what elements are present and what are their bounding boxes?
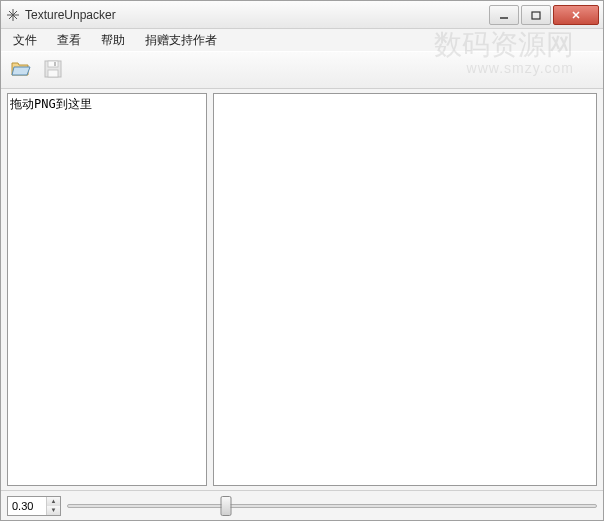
sprite-list-panel[interactable]: 拖动PNG到这里 [7,93,207,486]
open-button[interactable] [7,56,35,84]
slider-thumb[interactable] [221,496,232,516]
statusbar: ▲ ▼ [1,490,603,520]
minimize-button[interactable] [489,5,519,25]
spinner-arrows: ▲ ▼ [46,497,60,515]
app-window: TextureUnpacker 文件 查看 帮助 捐赠支持作者 [0,0,604,521]
app-icon [5,7,21,23]
menu-view[interactable]: 查看 [49,30,89,51]
titlebar: TextureUnpacker [1,1,603,29]
drop-hint-text: 拖动PNG到这里 [10,96,204,113]
floppy-disk-icon [43,59,63,82]
zoom-up-button[interactable]: ▲ [47,497,60,506]
zoom-down-button[interactable]: ▼ [47,506,60,515]
svg-rect-3 [48,61,58,67]
window-title: TextureUnpacker [25,8,487,22]
save-button[interactable] [39,56,67,84]
zoom-spinner[interactable]: ▲ ▼ [7,496,61,516]
svg-rect-1 [532,12,540,19]
menubar: 文件 查看 帮助 捐赠支持作者 [1,29,603,51]
svg-rect-5 [48,70,58,77]
maximize-button[interactable] [521,5,551,25]
toolbar [1,51,603,89]
content-area: 拖动PNG到这里 [1,89,603,490]
zoom-slider[interactable] [67,496,597,516]
close-button[interactable] [553,5,599,25]
preview-panel[interactable] [213,93,597,486]
slider-track [67,504,597,508]
svg-rect-4 [54,62,56,66]
menu-donate[interactable]: 捐赠支持作者 [137,30,225,51]
menu-help[interactable]: 帮助 [93,30,133,51]
folder-open-icon [10,60,32,81]
window-controls [487,5,599,25]
zoom-input[interactable] [8,497,46,515]
menu-file[interactable]: 文件 [5,30,45,51]
